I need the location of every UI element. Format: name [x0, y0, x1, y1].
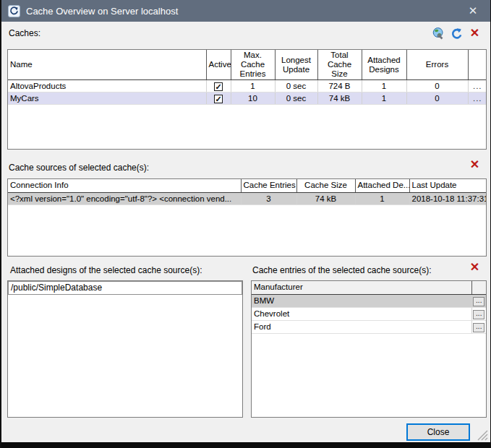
cache-name: MyCars	[8, 92, 206, 105]
errors-value: 0	[406, 80, 468, 92]
window-bottom-border	[1, 442, 490, 448]
table-row[interactable]: AltovaProducts ✓ 1 0 sec 724 B 1 0 ...	[8, 80, 487, 92]
manufacturer-value: Ford	[252, 320, 471, 333]
attached-designs-list: /public/SimpleDatabase	[7, 280, 243, 418]
cache-overview-dialog: Cache Overview on Server localhost ✕ Cac…	[0, 0, 491, 448]
total-cache-size-value: 74 kB	[317, 92, 362, 105]
cache-name: AltovaProducts	[8, 80, 206, 92]
col-attached-designs[interactable]: Attached Designs	[362, 50, 406, 80]
cache-entries-value: 3	[241, 192, 296, 204]
col-name[interactable]: Name	[8, 50, 206, 80]
manufacturer-value: BMW	[252, 294, 471, 307]
col-cache-entries[interactable]: Cache Entries	[241, 179, 296, 192]
col-longest-update[interactable]: Longest Update	[275, 50, 317, 80]
delete-cache-entry-icon[interactable]: ✕	[468, 261, 482, 275]
cache-entries-table: Manufacturer BMW ... Chevrolet ... Ford …	[251, 280, 487, 418]
table-row[interactable]: Chevrolet ...	[252, 307, 486, 320]
caches-table: Name Active Max. Cache Entries Longest U…	[7, 49, 487, 150]
manufacturer-value: Chevrolet	[252, 307, 471, 320]
cache-entries-label: Cache entries of the selected cache sour…	[252, 265, 431, 275]
col-active[interactable]: Active	[206, 50, 231, 80]
more-button[interactable]: ...	[473, 82, 482, 90]
undo-icon[interactable]	[450, 27, 464, 40]
more-button[interactable]: ...	[473, 310, 484, 319]
globe-settings-icon[interactable]	[432, 27, 445, 40]
caches-label: Caches:	[9, 28, 40, 38]
col-more	[468, 50, 487, 80]
attached-designs-value: 1	[355, 192, 409, 204]
errors-value: 0	[406, 92, 468, 105]
attached-designs-label: Attached designs of the selected cache s…	[10, 265, 202, 275]
attached-designs-value: 1	[362, 92, 406, 105]
col-more	[471, 281, 486, 294]
cache-sources-table: Connection Info Cache Entries Cache Size…	[7, 178, 487, 257]
col-attached-designs[interactable]: Attached De...	[355, 179, 409, 192]
more-button[interactable]: ...	[473, 323, 484, 332]
last-update-value: 2018-10-18 11:37:31	[409, 192, 487, 204]
cache-entries-header-row: Manufacturer	[252, 281, 486, 294]
titlebar: Cache Overview on Server localhost ✕	[1, 0, 490, 22]
more-button[interactable]: ...	[473, 94, 482, 103]
connection-info-value: <?xml version="1.0" encoding="utf-8"?> <…	[8, 192, 241, 204]
delete-cache-icon[interactable]: ✕	[468, 27, 482, 40]
max-cache-entries-value: 10	[231, 92, 275, 105]
window-title: Cache Overview on Server localhost	[26, 6, 178, 17]
more-button[interactable]: ...	[473, 297, 484, 306]
table-row[interactable]: Ford ...	[252, 320, 486, 333]
table-row-selected[interactable]: <?xml version="1.0" encoding="utf-8"?> <…	[8, 192, 487, 204]
resize-grip[interactable]	[476, 428, 488, 441]
titlebar-close-icon[interactable]: ✕	[466, 4, 480, 18]
longest-update-value: 0 sec	[275, 80, 317, 92]
col-cache-size[interactable]: Cache Size	[296, 179, 355, 192]
app-icon	[8, 5, 20, 17]
col-connection-info[interactable]: Connection Info	[8, 179, 241, 192]
cache-sources-header-row: Connection Info Cache Entries Cache Size…	[8, 179, 487, 192]
col-manufacturer[interactable]: Manufacturer	[252, 281, 471, 294]
col-total-cache-size[interactable]: Total Cache Size	[317, 50, 362, 80]
table-row-selected[interactable]: MyCars ✓ 10 0 sec 74 kB 1 0 ...	[8, 92, 487, 105]
col-max-cache-entries[interactable]: Max. Cache Entries	[231, 50, 275, 80]
delete-cache-source-icon[interactable]: ✕	[468, 158, 482, 172]
longest-update-value: 0 sec	[275, 92, 317, 105]
close-button[interactable]: Close	[406, 423, 470, 441]
table-row-selected[interactable]: BMW ...	[252, 294, 486, 307]
list-item[interactable]: /public/SimpleDatabase	[8, 281, 242, 295]
col-last-update[interactable]: Last Update	[409, 179, 487, 192]
active-checkbox[interactable]: ✓	[214, 82, 223, 91]
active-checkbox[interactable]: ✓	[214, 95, 223, 103]
cache-sources-label: Cache sources of selected cache(s):	[9, 163, 149, 173]
cache-size-value: 74 kB	[296, 192, 355, 204]
total-cache-size-value: 724 B	[317, 80, 362, 92]
max-cache-entries-value: 1	[231, 80, 275, 92]
attached-designs-value: 1	[362, 80, 406, 92]
caches-header-row: Name Active Max. Cache Entries Longest U…	[8, 50, 487, 80]
col-errors[interactable]: Errors	[406, 50, 468, 80]
